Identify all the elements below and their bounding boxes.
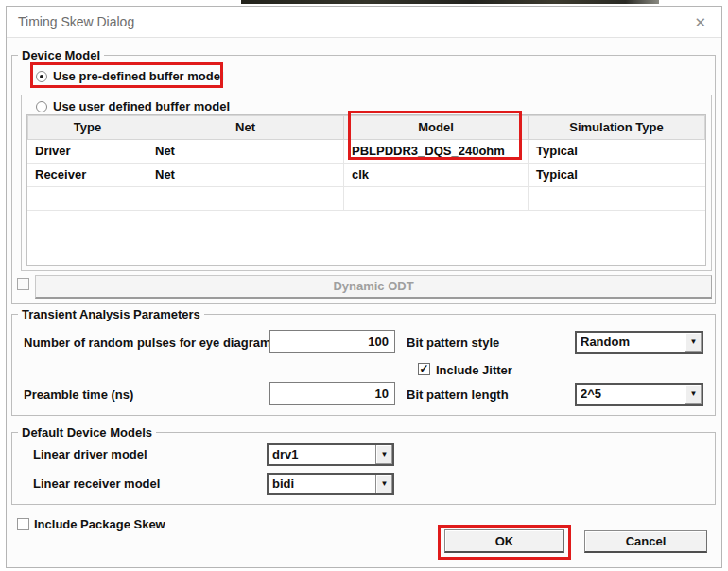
table-row-empty[interactable] [27, 187, 705, 211]
bit-pattern-length-dropdown[interactable]: 2^5 ▼ [575, 383, 703, 406]
column-header-net[interactable]: Net [147, 115, 344, 140]
preamble-time-input[interactable] [269, 382, 395, 405]
background-window-artifact [241, 0, 659, 4]
table-header-row: Type Net Model Simulation Type [27, 115, 705, 140]
cancel-button[interactable]: Cancel [584, 530, 707, 553]
column-header-simulation-type[interactable]: Simulation Type [529, 115, 705, 140]
column-header-type[interactable]: Type [27, 115, 147, 140]
cell-receiver-model[interactable]: clk [344, 164, 529, 187]
cell-receiver-simtype[interactable]: Typical [529, 164, 705, 187]
include-jitter-checkbox[interactable]: ✓ [418, 363, 430, 375]
dynamic-odt-button[interactable]: Dynamic ODT [35, 275, 712, 299]
linear-driver-model-label: Linear driver model [33, 447, 147, 461]
preamble-time-label: Preamble time (ns) [24, 388, 133, 402]
table-row[interactable]: Receiver Net clk Typical [27, 164, 705, 187]
linear-receiver-model-value: bidi [272, 476, 294, 491]
linear-receiver-model-dropdown[interactable]: bidi ▼ [267, 473, 394, 495]
buffer-model-table: Type Net Model Simulation Type Driver Ne… [26, 114, 706, 266]
close-icon[interactable]: ✕ [690, 12, 710, 33]
column-header-model[interactable]: Model [344, 115, 529, 140]
cell-empty[interactable] [147, 187, 344, 211]
transient-analysis-group-label: Transient Analysis Parameters [18, 307, 204, 321]
cell-empty[interactable] [27, 187, 147, 211]
chevron-down-icon[interactable]: ▼ [685, 333, 702, 352]
dialog-titlebar: Timing Skew Dialog ✕ [7, 7, 721, 38]
dialog-title: Timing Skew Dialog [18, 14, 134, 29]
predefined-buffer-radio-label[interactable]: Use pre-defined buffer model [53, 69, 224, 83]
cell-receiver-net[interactable]: Net [147, 164, 344, 187]
screenshot-stage: Timing Skew Dialog ✕ Device Model Use pr… [0, 0, 728, 571]
predefined-buffer-radio[interactable] [36, 71, 47, 82]
chevron-down-icon[interactable]: ▼ [375, 445, 392, 464]
include-package-skew-checkbox[interactable] [17, 518, 29, 530]
ok-button[interactable]: OK [444, 529, 564, 553]
dynamic-odt-checkbox[interactable] [17, 278, 29, 290]
linear-driver-model-value: drv1 [272, 447, 298, 461]
chevron-down-icon[interactable]: ▼ [685, 385, 702, 404]
cell-empty[interactable] [529, 187, 705, 211]
userdefined-buffer-radio[interactable] [36, 101, 47, 112]
default-device-models-group-label: Default Device Models [18, 425, 156, 440]
userdefined-buffer-radio-label[interactable]: Use user defined buffer model [53, 99, 230, 113]
table-row[interactable]: Driver Net PBLPDDR3_DQS_240ohm Typical [27, 140, 705, 164]
bit-pattern-length-label: Bit pattern length [407, 388, 509, 402]
chevron-down-icon[interactable]: ▼ [375, 475, 392, 493]
linear-receiver-model-label: Linear receiver model [33, 476, 160, 491]
cell-driver-net[interactable]: Net [147, 140, 344, 164]
bit-pattern-style-value: Random [581, 335, 630, 349]
cell-driver-type[interactable]: Driver [27, 140, 147, 164]
bit-pattern-length-value: 2^5 [581, 387, 601, 401]
random-pulses-input[interactable] [269, 330, 395, 353]
cell-receiver-type[interactable]: Receiver [27, 164, 147, 187]
linear-driver-model-dropdown[interactable]: drv1 ▼ [267, 443, 394, 466]
random-pulses-label: Number of random pulses for eye diagram [24, 336, 271, 350]
bit-pattern-style-dropdown[interactable]: Random ▼ [575, 331, 703, 354]
device-model-group-label: Device Model [18, 48, 104, 62]
cell-driver-model[interactable]: PBLPDDR3_DQS_240ohm [344, 140, 529, 164]
cell-driver-simtype[interactable]: Typical [529, 140, 705, 164]
bit-pattern-style-label: Bit pattern style [407, 336, 499, 350]
cell-empty[interactable] [344, 187, 529, 211]
include-jitter-label[interactable]: Include Jitter [436, 363, 512, 377]
include-package-skew-label[interactable]: Include Package Skew [34, 517, 165, 531]
